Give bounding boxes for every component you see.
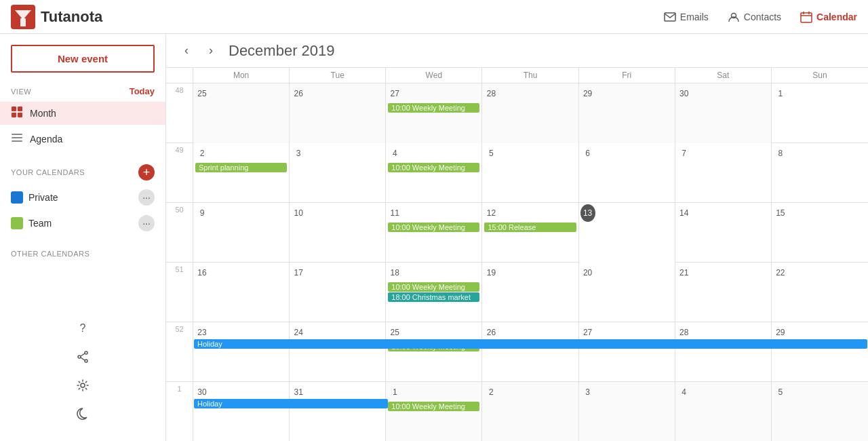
new-event-button[interactable]: New event — [11, 45, 155, 73]
event-weekly-meeting-25[interactable]: 10:00 Weekly Meeting — [388, 342, 479, 351]
event-release[interactable]: 15:00 Release — [484, 223, 576, 232]
cal-day-dec26[interactable]: 26 — [482, 322, 578, 382]
cal-day-dec8[interactable]: 8 — [772, 143, 868, 203]
day-num: 24 — [291, 324, 306, 341]
cal-day-jan5[interactable]: 5 — [772, 382, 868, 441]
day-num: 1 — [773, 85, 788, 102]
cal-day-dec13[interactable]: 13 — [579, 203, 675, 263]
day-header-wed: Wed — [386, 68, 482, 83]
topnav: Tutanota Emails Contacts Calendar — [0, 0, 868, 34]
cal-day-dec27[interactable]: 27 — [579, 322, 675, 382]
team-calendar-more-button[interactable]: ··· — [138, 215, 155, 231]
cal-day-dec4[interactable]: 4 10:00 Weekly Meeting — [386, 143, 482, 203]
event-weekly-meeting-11[interactable]: 10:00 Weekly Meeting — [388, 223, 479, 232]
cal-day-nov29[interactable]: 29 — [579, 83, 675, 143]
cal-day-nov30[interactable]: 30 — [675, 83, 772, 143]
cal-day-jan1[interactable]: 1 10:00 Weekly Meeting — [386, 382, 482, 441]
cal-day-dec6[interactable]: 6 — [579, 143, 675, 203]
day-header-fri: Fri — [579, 68, 675, 83]
cal-day-dec7[interactable]: 7 — [675, 143, 772, 203]
day-num: 18 — [387, 264, 402, 282]
cal-day-dec30[interactable]: 30 — [193, 382, 290, 441]
calendar-team-item[interactable]: Team ··· — [0, 212, 165, 235]
event-christmas-market[interactable]: 18:00 Christmas market — [388, 292, 479, 302]
team-color-dot — [11, 217, 23, 229]
week-num-1: 1 — [166, 382, 193, 441]
cal-day-dec20[interactable]: 20 — [579, 263, 675, 322]
day-num: 4 — [387, 145, 402, 162]
cal-day-dec29[interactable]: 29 — [772, 322, 868, 382]
cal-day-dec9[interactable]: 9 — [193, 203, 290, 263]
nav-contacts[interactable]: Contacts — [728, 11, 781, 23]
cal-day-jan3[interactable]: 3 — [579, 382, 675, 441]
cal-day-dec15[interactable]: 15 — [772, 203, 868, 263]
today-button[interactable]: Today — [130, 86, 155, 96]
cal-day-nov25[interactable]: 25 — [193, 83, 290, 143]
cal-day-dec1[interactable]: 1 — [772, 83, 868, 143]
prev-month-button[interactable]: ‹ — [177, 41, 196, 60]
sidebar-item-month[interactable]: Month — [0, 102, 165, 125]
cal-day-dec25[interactable]: 25 10:00 Weekly Meeting — [386, 322, 482, 382]
cal-day-dec10[interactable]: 10 — [290, 203, 386, 263]
day-num: 2 — [195, 145, 210, 162]
cal-day-jan2[interactable]: 2 — [482, 382, 578, 441]
private-calendar-name: Private — [28, 192, 133, 203]
cal-day-nov27[interactable]: 27 10:00 Weekly Meeting — [386, 83, 482, 143]
theme-button[interactable] — [71, 402, 95, 426]
svg-rect-13 — [12, 134, 22, 135]
cal-day-dec5[interactable]: 5 — [482, 143, 578, 203]
event-weekly-meeting-18[interactable]: 10:00 Weekly Meeting — [388, 282, 479, 292]
week-num-49: 49 — [166, 143, 193, 203]
add-calendar-button[interactable]: + — [138, 164, 155, 180]
event-weekly-meeting-jan1[interactable]: 10:00 Weekly Meeting — [388, 402, 479, 411]
share-button[interactable] — [71, 345, 95, 369]
nav-contacts-label: Contacts — [744, 12, 781, 22]
calendar-nav-icon — [800, 11, 812, 23]
cal-day-dec11[interactable]: 11 10:00 Weekly Meeting — [386, 203, 482, 263]
cal-day-nov26[interactable]: 26 — [290, 83, 386, 143]
cal-day-dec17[interactable]: 17 — [290, 263, 386, 322]
day-num: 25 — [195, 85, 210, 102]
calendar-private-item[interactable]: Private ··· — [0, 186, 165, 209]
cal-day-dec12[interactable]: 12 15:00 Release — [482, 203, 578, 263]
next-month-button[interactable]: › — [201, 41, 220, 60]
sidebar-item-agenda[interactable]: Agenda — [0, 128, 165, 151]
cal-day-dec28[interactable]: 28 — [675, 322, 772, 382]
nav-emails[interactable]: Emails — [664, 11, 709, 23]
week-num-header — [166, 68, 193, 83]
list-icon — [11, 132, 23, 147]
day-num: 31 — [291, 383, 306, 401]
help-button[interactable]: ? — [71, 316, 95, 341]
email-icon — [664, 11, 676, 23]
cal-day-nov28[interactable]: 28 — [482, 83, 578, 143]
settings-button[interactable] — [71, 373, 95, 398]
week-49: 49 2 Sprint planning 3 4 10:00 Weekly Me… — [166, 143, 868, 203]
cal-day-dec3[interactable]: 3 — [290, 143, 386, 203]
nav-calendar[interactable]: Calendar — [800, 11, 857, 23]
event-weekly-meeting-4[interactable]: 10:00 Weekly Meeting — [388, 163, 479, 172]
day-num: 8 — [773, 145, 788, 162]
event-sprint-planning[interactable]: Sprint planning — [195, 163, 287, 172]
day-num: 6 — [580, 145, 595, 162]
cal-day-dec18[interactable]: 18 10:00 Weekly Meeting 18:00 Christmas … — [386, 263, 482, 322]
calendar-grid-wrapper: Mon Tue Wed Thu Fri Sat Sun 48 25 26 27 … — [166, 68, 868, 441]
cal-day-dec22[interactable]: 22 — [772, 263, 868, 322]
event-weekly-meeting-27[interactable]: 10:00 Weekly Meeting — [388, 103, 479, 113]
cal-day-dec2[interactable]: 2 Sprint planning — [193, 143, 290, 203]
cal-day-dec14[interactable]: 14 — [675, 203, 772, 263]
day-num: 23 — [195, 324, 210, 341]
contacts-icon — [728, 11, 740, 23]
your-calendars-label: YOUR CALENDARS — [11, 168, 85, 176]
cal-day-dec21[interactable]: 21 — [675, 263, 772, 322]
cal-day-dec31[interactable]: 31 — [290, 382, 386, 441]
cal-day-jan4[interactable]: 4 — [675, 382, 772, 441]
cal-day-dec16[interactable]: 16 — [193, 263, 290, 322]
cal-day-dec23[interactable]: 23 — [193, 322, 290, 382]
week-num-48: 48 — [166, 83, 193, 143]
cal-day-dec19[interactable]: 19 — [482, 263, 578, 322]
logo-icon — [11, 5, 35, 29]
other-calendars-label: OTHER CALENDARS — [11, 250, 90, 258]
cal-day-dec24[interactable]: 24 — [290, 322, 386, 382]
private-calendar-more-button[interactable]: ··· — [138, 189, 155, 206]
week-num-52: 52 — [166, 322, 193, 382]
